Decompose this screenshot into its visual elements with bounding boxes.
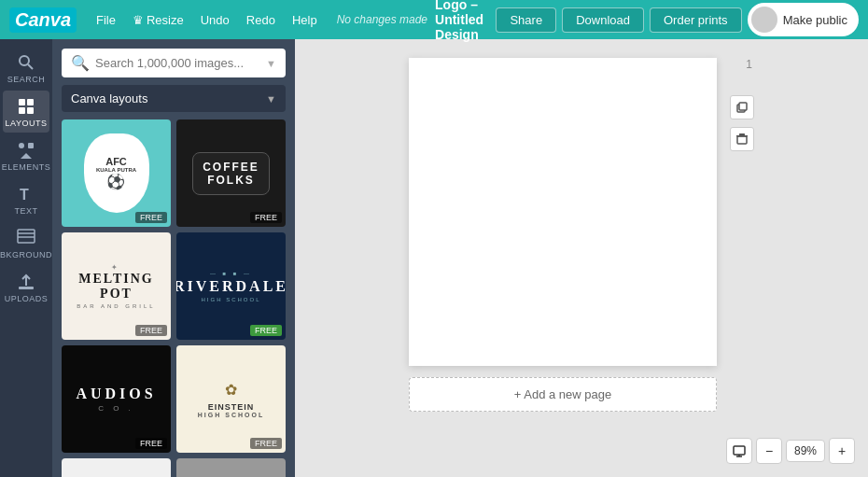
search-bar[interactable]: 🔍 ▼ xyxy=(62,49,286,77)
template-thumb-afc[interactable]: AFC KUALA PUTRA ⚽ FREE xyxy=(62,119,171,227)
svg-rect-19 xyxy=(734,446,745,455)
svg-text:T: T xyxy=(20,187,29,203)
main-layout: SEARCH LAYOUTS ELEMENTS T TEXT BKGROUND … xyxy=(0,39,868,477)
header: Canva File ♛ Resize Undo Redo Help No ch… xyxy=(0,0,868,39)
layouts-icon xyxy=(17,97,35,116)
search-input[interactable] xyxy=(95,56,260,70)
zoom-level: 89% xyxy=(786,440,825,462)
template-thumb-coffee[interactable]: COFFEE FOLKS FREE xyxy=(176,119,286,227)
svg-point-0 xyxy=(20,56,29,65)
header-center: Logo – Untitled Design xyxy=(435,0,488,42)
svg-rect-18 xyxy=(737,136,747,144)
canvas-area: 1 + Add a new page − 89% + xyxy=(295,39,868,477)
header-actions: Share Download Order prints Make public xyxy=(496,3,859,36)
svg-rect-3 xyxy=(27,99,34,105)
thumbnails-grid: AFC KUALA PUTRA ⚽ FREE COFFEE FOLKS FREE xyxy=(62,119,286,477)
sidebar-icons: SEARCH LAYOUTS ELEMENTS T TEXT BKGROUND … xyxy=(0,39,52,477)
background-icon xyxy=(17,229,35,247)
canvas-tools xyxy=(730,95,754,151)
zoom-in-button[interactable]: + xyxy=(829,438,855,464)
menu-resize[interactable]: ♛ Resize xyxy=(126,9,190,31)
svg-marker-8 xyxy=(21,153,32,159)
add-page-button[interactable]: + Add a new page xyxy=(409,377,717,412)
template-thumb-partial-1[interactable] xyxy=(62,458,171,477)
template-thumb-riverdale[interactable]: — ■ ■ — RIVERDALE HIGH SCHOOL FREE xyxy=(176,232,286,340)
present-icon xyxy=(733,444,746,457)
copy-icon xyxy=(735,101,749,114)
elements-icon xyxy=(17,141,35,160)
text-icon: T xyxy=(17,185,35,203)
free-badge: FREE xyxy=(250,438,282,449)
canva-logo-text: Canva xyxy=(9,7,77,33)
delete-page-button[interactable] xyxy=(730,127,754,151)
sidebar-item-search[interactable]: SEARCH xyxy=(3,47,49,89)
sidebar-item-elements[interactable]: ELEMENTS xyxy=(3,134,49,176)
canvas-wrapper: 1 + Add a new page xyxy=(314,58,812,412)
share-button[interactable]: Share xyxy=(496,7,556,33)
design-title: Logo – Untitled Design xyxy=(435,0,488,42)
svg-point-6 xyxy=(19,143,24,148)
header-menu: File ♛ Resize Undo Redo Help xyxy=(90,9,324,31)
free-badge: FREE xyxy=(135,325,167,336)
make-public-button[interactable]: Make public xyxy=(748,3,859,36)
dropdown-arrow-icon: ▼ xyxy=(266,93,276,105)
status-text: No changes made xyxy=(337,13,427,26)
uploads-icon xyxy=(17,273,35,291)
sidebar-item-background[interactable]: BKGROUND xyxy=(3,222,49,264)
download-button[interactable]: Download xyxy=(562,7,644,33)
svg-rect-15 xyxy=(739,103,747,110)
free-badge: FREE xyxy=(250,212,282,223)
canva-logo[interactable]: Canva xyxy=(9,7,77,33)
svg-rect-4 xyxy=(19,107,25,114)
sidebar-item-layouts[interactable]: LAYOUTS xyxy=(3,91,49,133)
free-badge: FREE xyxy=(135,212,167,223)
page-number: 1 xyxy=(746,58,752,71)
copy-page-button[interactable] xyxy=(730,95,754,119)
svg-rect-7 xyxy=(28,143,34,148)
zoom-controls: − 89% + xyxy=(726,438,855,464)
page-container: 1 xyxy=(409,58,717,366)
search-icon-panel: 🔍 xyxy=(71,54,90,72)
canvas-page[interactable] xyxy=(409,58,717,366)
sidebar-item-uploads[interactable]: UPLOADS xyxy=(3,266,49,308)
free-badge: FREE xyxy=(250,325,282,336)
svg-rect-2 xyxy=(19,99,25,105)
present-button[interactable] xyxy=(726,438,752,464)
svg-rect-17 xyxy=(739,133,745,135)
svg-rect-10 xyxy=(18,230,35,243)
layout-dropdown[interactable]: Canva layouts ▼ xyxy=(62,85,286,112)
svg-rect-13 xyxy=(19,287,34,289)
trash-icon xyxy=(735,133,749,146)
search-dropdown-icon: ▼ xyxy=(266,58,276,69)
menu-redo[interactable]: Redo xyxy=(240,9,282,31)
search-icon xyxy=(17,53,35,72)
template-thumb-melting[interactable]: ✦ MELTING POT BAR AND GRILL FREE xyxy=(62,232,171,340)
menu-file[interactable]: File xyxy=(90,9,122,31)
template-thumb-einstein[interactable]: ✿ EINSTEIN HIGH SCHOOL FREE xyxy=(176,345,286,453)
svg-rect-5 xyxy=(27,107,34,114)
crown-icon: ♛ xyxy=(133,13,144,27)
panel: 🔍 ▼ Canva layouts ▼ AFC KUALA PUTRA ⚽ FR… xyxy=(52,39,295,477)
template-thumb-audios[interactable]: AUDIOS C O . FREE xyxy=(62,345,171,453)
svg-line-1 xyxy=(28,64,33,69)
menu-help[interactable]: Help xyxy=(286,9,324,31)
zoom-out-button[interactable]: − xyxy=(756,438,782,464)
menu-undo[interactable]: Undo xyxy=(194,9,236,31)
template-thumb-partial-2[interactable] xyxy=(176,458,286,477)
order-prints-button[interactable]: Order prints xyxy=(650,7,742,33)
sidebar-item-text[interactable]: T TEXT xyxy=(3,178,49,220)
toggle-circle xyxy=(751,7,777,33)
free-badge: FREE xyxy=(135,438,167,449)
